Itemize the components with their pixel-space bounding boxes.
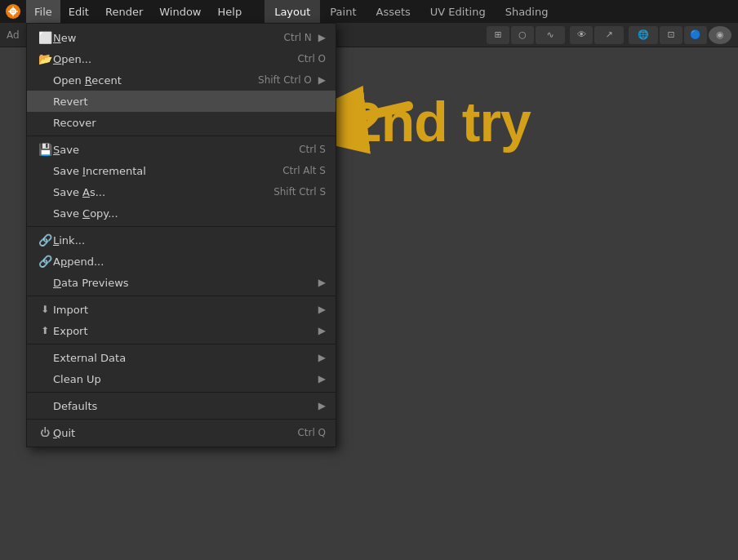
separator-3 xyxy=(27,296,336,296)
tab-layout[interactable]: Layout xyxy=(265,0,320,23)
file-dropdown-menu: ⬜ New Ctrl N ▶ 📂 Open... Ctrl O Open Rec… xyxy=(26,23,336,447)
separator-2 xyxy=(27,226,336,227)
separator-5 xyxy=(27,392,336,393)
menu-item-new[interactable]: ⬜ New Ctrl N ▶ xyxy=(27,27,336,48)
export-label: Export xyxy=(53,325,312,337)
open-shortcut: Ctrl O xyxy=(297,53,326,64)
tab-shading[interactable]: Shading xyxy=(496,0,558,23)
save-as-label: Save As... xyxy=(53,186,273,198)
save-label: Save xyxy=(53,144,299,156)
recover-label: Recover xyxy=(53,117,326,129)
menu-render[interactable]: Render xyxy=(97,0,151,23)
toolbar-icon-1[interactable]: ⊞ xyxy=(487,26,509,44)
toolbar-icon-2[interactable]: ○ xyxy=(511,26,534,44)
toolbar-icon-5[interactable]: ↗ xyxy=(594,26,624,44)
toolbar-icon-3[interactable]: ∿ xyxy=(536,26,565,44)
new-label: New xyxy=(53,32,284,44)
toolbar-controls: ⊞ ○ ∿ 👁 ↗ 🌐 ⊡ 🔵 ◉ xyxy=(487,26,731,44)
import-arrow: ▶ xyxy=(318,304,326,315)
data-previews-arrow: ▶ xyxy=(318,277,326,288)
defaults-arrow: ▶ xyxy=(318,400,326,411)
toolbar-icon-7[interactable]: ⊡ xyxy=(660,26,682,44)
new-arrow: ▶ xyxy=(318,32,326,43)
toolbar-icon-6[interactable]: 🌐 xyxy=(629,26,658,44)
clean-up-arrow: ▶ xyxy=(318,373,326,384)
separator-6 xyxy=(27,419,336,420)
import-label: Import xyxy=(53,304,312,316)
save-icon: 💾 xyxy=(37,143,53,156)
svg-rect-4 xyxy=(12,7,13,16)
menu-item-clean-up[interactable]: Clean Up ▶ xyxy=(27,368,336,389)
blender-logo[interactable] xyxy=(0,0,26,23)
append-label: Append... xyxy=(53,256,326,268)
menu-help[interactable]: Help xyxy=(210,0,251,23)
link-label: Link... xyxy=(53,234,326,247)
new-shortcut: Ctrl N xyxy=(284,32,312,43)
menu-item-open-recent[interactable]: Open Recent Shift Ctrl O ▶ xyxy=(27,69,336,91)
tab-paint[interactable]: Paint xyxy=(320,0,366,23)
save-incremental-label: Save Incremental xyxy=(53,165,282,177)
import-icon: ⬇ xyxy=(37,304,53,315)
menu-file[interactable]: File xyxy=(26,0,60,23)
menu-item-data-previews[interactable]: Data Previews ▶ xyxy=(27,272,336,293)
toolbar-icon-4[interactable]: 👁 xyxy=(570,26,593,44)
menu-item-open[interactable]: 📂 Open... Ctrl O xyxy=(27,48,336,69)
menu-item-append[interactable]: 🔗 Append... xyxy=(27,251,336,272)
tab-uv-editing[interactable]: UV Editing xyxy=(420,0,496,23)
tab-assets[interactable]: Assets xyxy=(367,0,420,23)
menu-item-save-copy[interactable]: Save Copy... xyxy=(27,202,336,224)
export-icon: ⬆ xyxy=(37,325,53,336)
menu-item-import[interactable]: ⬇ Import ▶ xyxy=(27,299,336,320)
add-label: Ad xyxy=(7,29,20,41)
quit-shortcut: Ctrl Q xyxy=(297,427,326,438)
top-bar: File Edit Render Window Help Layout Pain… xyxy=(0,0,738,23)
defaults-label: Defaults xyxy=(53,400,312,412)
revert-label: Revert xyxy=(53,96,326,108)
external-data-label: External Data xyxy=(53,352,312,364)
open-label: Open... xyxy=(53,53,297,65)
menu-edit[interactable]: Edit xyxy=(60,0,97,23)
save-incremental-shortcut: Ctrl Alt S xyxy=(282,165,326,176)
workspace-tabs: Layout Paint Assets UV Editing Shading xyxy=(265,0,558,23)
menu-item-save[interactable]: 💾 Save Ctrl S xyxy=(27,139,336,160)
separator-1 xyxy=(27,136,336,136)
menu-item-defaults[interactable]: Defaults ▶ xyxy=(27,395,336,416)
menu-item-save-as[interactable]: Save As... Shift Ctrl S xyxy=(27,181,336,202)
menu-item-quit[interactable]: ⏻ Quit Ctrl Q xyxy=(27,422,336,443)
menu-window[interactable]: Window xyxy=(151,0,209,23)
menu-item-revert[interactable]: Revert xyxy=(27,91,336,112)
menu-item-recover[interactable]: Recover xyxy=(27,112,336,133)
open-recent-shortcut: Shift Ctrl O xyxy=(258,74,312,86)
menu-bar: File Edit Render Window Help xyxy=(26,0,250,23)
menu-item-export[interactable]: ⬆ Export ▶ xyxy=(27,320,336,341)
append-icon: 🔗 xyxy=(37,255,53,268)
menu-item-external-data[interactable]: External Data ▶ xyxy=(27,347,336,368)
export-arrow: ▶ xyxy=(318,325,326,336)
link-icon: 🔗 xyxy=(37,233,53,247)
separator-4 xyxy=(27,344,336,344)
new-icon: ⬜ xyxy=(37,31,53,44)
quit-icon: ⏻ xyxy=(37,427,53,438)
quit-label: Quit xyxy=(53,427,297,439)
menu-item-save-incremental[interactable]: Save Incremental Ctrl Alt S xyxy=(27,160,336,181)
clean-up-label: Clean Up xyxy=(53,373,312,385)
menu-item-link[interactable]: 🔗 Link... xyxy=(27,229,336,251)
open-recent-label: Open Recent xyxy=(53,74,258,87)
data-previews-label: Data Previews xyxy=(53,277,312,289)
toolbar-icon-8[interactable]: 🔵 xyxy=(684,26,707,44)
open-recent-arrow: ▶ xyxy=(318,74,326,86)
save-shortcut: Ctrl S xyxy=(299,144,326,155)
open-icon: 📂 xyxy=(37,52,53,65)
external-data-arrow: ▶ xyxy=(318,352,326,363)
save-copy-label: Save Copy... xyxy=(53,207,326,220)
toolbar-icon-9[interactable]: ◉ xyxy=(709,26,731,44)
save-as-shortcut: Shift Ctrl S xyxy=(273,186,326,198)
